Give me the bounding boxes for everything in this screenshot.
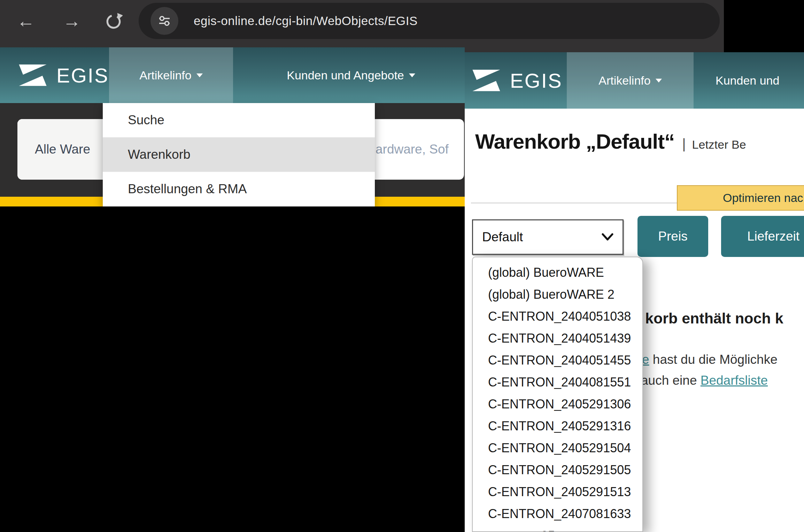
egis-logo-text: EGIS [56, 64, 109, 87]
browser-toolbar: ← → egis-online.de/cgi-bin/WebObjects/EG… [0, 0, 804, 52]
line1-text: hast du die Möglichke [649, 352, 778, 367]
right-nav-item-kunden[interactable]: Kunden und [716, 52, 779, 109]
egis-logo-text: EGIS [510, 69, 563, 92]
divider-line [471, 203, 677, 203]
empty-cart-text-line1: e hast du die Möglichke [642, 352, 778, 367]
egis-logo-icon [17, 64, 48, 87]
basket-option[interactable]: c-entron_35 [473, 525, 642, 532]
reload-icon[interactable] [105, 13, 123, 31]
right-nav-item-artikelinfo[interactable]: Artikelinfo [567, 52, 694, 109]
preis-button-label: Preis [658, 229, 687, 244]
left-nav-item-kunden[interactable]: Kunden und Angebote [260, 47, 442, 103]
basket-option[interactable]: C-ENTRON_2405291316 [473, 415, 642, 437]
optimize-button[interactable]: Optimieren nac [677, 185, 804, 211]
line2-prefix: auch eine [641, 373, 701, 388]
right-browser-window: EGIS Artikelinfo Kunden und Warenkorb „D… [465, 52, 804, 532]
menu-item-bestellungen[interactable]: Bestellungen & RMA [103, 172, 375, 206]
artikelinfo-dropdown-menu: Suche Warenkorb Bestellungen & RMA [103, 103, 375, 206]
empty-page-region [0, 206, 465, 532]
menu-item-suche[interactable]: Suche [103, 103, 375, 138]
basket-select-popup: (global) BueroWARE (global) BueroWARE 2 … [472, 257, 643, 532]
basket-option[interactable]: C-ENTRON_2405291513 [473, 481, 642, 503]
left-nav-item-artikelinfo[interactable]: Artikelinfo [109, 47, 233, 103]
chevron-down-icon [602, 233, 613, 241]
basket-option[interactable]: C-ENTRON_2404051038 [473, 305, 642, 327]
lieferzeit-button[interactable]: Lieferzeit [721, 216, 804, 257]
empty-cart-text-line2: auch eine Bedarfsliste [641, 373, 768, 388]
basket-option[interactable]: C-ENTRON_2405291306 [473, 393, 642, 415]
page-title-row: Warenkorb „Default“ | Letzter Be [475, 130, 746, 154]
basket-option[interactable]: C-ENTRON_2407081633 [473, 503, 642, 525]
basket-select-value: Default [482, 230, 523, 244]
chevron-down-icon [656, 79, 662, 83]
empty-cart-heading-fragment: korb enthält noch k [645, 310, 783, 327]
basket-option[interactable]: C-ENTRON_2404051455 [473, 349, 642, 371]
basket-option[interactable]: C-ENTRON_2404051439 [473, 327, 642, 349]
forward-icon[interactable]: → [63, 12, 81, 30]
search-category-label: Alle Ware [35, 142, 90, 157]
menu-item-warenkorb[interactable]: Warenkorb [103, 138, 375, 172]
basket-option[interactable]: C-ENTRON_2404081551 [473, 371, 642, 393]
basket-option[interactable]: C-ENTRON_2405291505 [473, 459, 642, 481]
egis-logo[interactable]: EGIS [17, 47, 109, 103]
url-text[interactable]: egis-online.de/cgi-bin/WebObjects/EGIS [194, 0, 418, 42]
egis-logo[interactable]: EGIS [471, 52, 563, 109]
search-placeholder: ardware, Sof [376, 142, 449, 157]
basket-option[interactable]: (global) BueroWARE [473, 261, 642, 283]
left-nav-item-artikelinfo-label: Artikelinfo [139, 69, 191, 82]
left-nav-item-kunden-label: Kunden und Angebote [287, 69, 404, 82]
basket-option[interactable]: (global) BueroWARE 2 [473, 283, 642, 305]
basket-option[interactable]: C-ENTRON_2405291504 [473, 437, 642, 459]
bedarfsliste-link[interactable]: Bedarfsliste [701, 373, 768, 388]
search-input[interactable]: ardware, Sof [376, 119, 449, 180]
chevron-down-icon [409, 73, 415, 77]
back-icon[interactable]: ← [17, 12, 35, 30]
site-settings-icon[interactable] [150, 7, 178, 35]
chevron-down-icon [196, 73, 203, 77]
suche-link-fragment[interactable]: e [642, 352, 649, 367]
egis-logo-icon [471, 69, 502, 92]
preis-button[interactable]: Preis [637, 216, 708, 257]
blacked-out-region [724, 0, 804, 52]
right-nav-item-kunden-label: Kunden und [716, 74, 779, 87]
right-nav-item-artikelinfo-label: Artikelinfo [598, 74, 650, 87]
lieferzeit-button-label: Lieferzeit [747, 229, 799, 244]
title-subtitle: Letzter Be [692, 138, 746, 151]
basket-select[interactable]: Default [472, 219, 624, 255]
optimize-button-label: Optimieren nac [723, 191, 803, 205]
page-title: Warenkorb „Default“ [475, 130, 674, 154]
title-separator: | [682, 136, 686, 152]
